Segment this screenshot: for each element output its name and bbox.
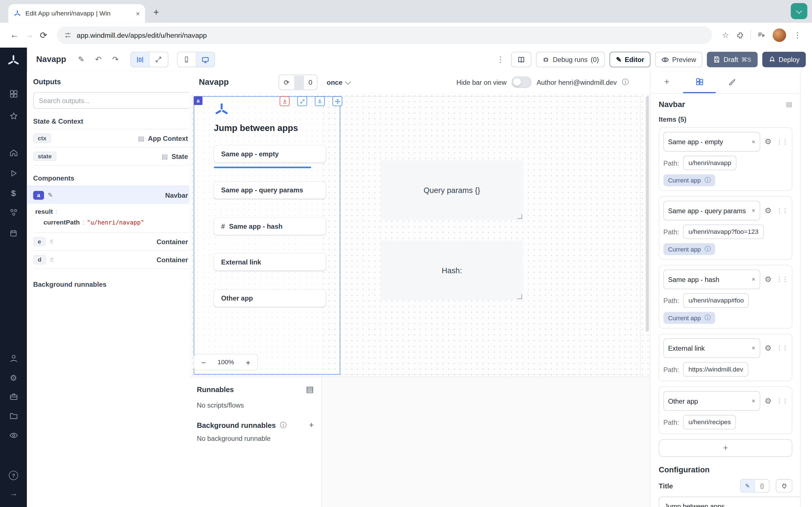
expression-mode-button[interactable]: {} xyxy=(755,480,769,492)
zoom-out-button[interactable]: − xyxy=(194,358,213,367)
navbar-component-selected[interactable]: a ⚓ Jump between apps Same app - empty S… xyxy=(194,96,340,375)
info-icon[interactable]: ⓘ xyxy=(622,78,629,87)
browser-menu-kebab-icon[interactable]: ⋮ xyxy=(790,31,805,40)
drag-handle-icon[interactable]: ⋮⋮ xyxy=(776,207,788,214)
refresh-control[interactable]: ⟳ 0 xyxy=(278,74,317,90)
desktop-view-button[interactable] xyxy=(196,52,214,67)
component-settings-tab[interactable] xyxy=(683,71,716,93)
zoom-in-button[interactable]: + xyxy=(239,358,257,367)
item-label-input[interactable]: Same app - empty× xyxy=(663,132,760,152)
undo-icon[interactable]: ↶ xyxy=(92,55,105,64)
reload-icon[interactable]: ⟳ xyxy=(36,30,51,41)
nav-item-other-app[interactable]: Other app xyxy=(214,290,326,307)
media-controls-icon[interactable] xyxy=(754,31,768,39)
item-path-input[interactable]: https://windmill.dev xyxy=(683,362,748,377)
resources-icon[interactable] xyxy=(0,208,27,217)
expand-icon[interactable] xyxy=(297,96,307,106)
add-item-button[interactable]: + xyxy=(659,439,792,457)
runnables-doc-icon[interactable]: ▤ xyxy=(306,385,314,394)
anchor-icon[interactable]: ⚓ xyxy=(315,96,325,106)
app-canvas[interactable]: a ⚓ Jump between apps Same app - empty S… xyxy=(190,93,651,377)
collapse-arrow-icon[interactable]: → xyxy=(0,489,27,498)
item-settings-gear-icon[interactable]: ⚙ xyxy=(765,396,772,406)
item-settings-gear-icon[interactable]: ⚙ xyxy=(765,275,772,284)
deploy-button[interactable]: Deploy xyxy=(762,52,806,67)
remove-item-icon[interactable]: × xyxy=(752,344,755,352)
remove-item-icon[interactable]: × xyxy=(752,276,755,283)
item-path-input[interactable]: u/henri/navapp#foo xyxy=(683,293,749,307)
drag-handle-icon[interactable]: ⋮⋮ xyxy=(776,276,788,283)
nav-item-same-app-empty[interactable]: Same app - empty xyxy=(214,145,326,163)
schedules-calendar-icon[interactable] xyxy=(0,229,27,237)
drag-handle-icon[interactable]: ⋮⋮ xyxy=(776,138,788,145)
info-icon[interactable]: ⓘ xyxy=(705,314,711,322)
audit-eye-icon[interactable] xyxy=(0,431,27,440)
info-icon[interactable]: ⓘ xyxy=(705,176,711,184)
browser-profile-button[interactable] xyxy=(791,3,808,19)
item-settings-gear-icon[interactable]: ⚙ xyxy=(765,137,772,147)
browser-avatar[interactable] xyxy=(772,29,786,42)
more-options-kebab-icon[interactable]: ⋮ xyxy=(494,55,507,64)
users-person-icon[interactable] xyxy=(0,354,27,362)
item-label-input[interactable]: Other app× xyxy=(663,391,760,411)
item-label-input[interactable]: Same app - hash× xyxy=(663,270,760,289)
title-value-input[interactable] xyxy=(659,497,801,507)
item-label-input[interactable]: External link× xyxy=(663,338,760,358)
help-icon[interactable]: ? xyxy=(0,471,27,480)
ctx-row[interactable]: ctx ▤App Context xyxy=(33,129,196,147)
billing-dollar-icon[interactable]: $ xyxy=(0,189,27,198)
mobile-view-button[interactable] xyxy=(177,52,196,67)
tab-close-icon[interactable]: × xyxy=(136,10,140,17)
back-icon[interactable]: ← xyxy=(7,30,22,41)
resize-corner[interactable] xyxy=(517,214,522,219)
info-icon[interactable]: ⓘ xyxy=(705,245,711,253)
settings-gear-icon[interactable]: ⚙ xyxy=(0,373,27,383)
run-mode-dropdown[interactable]: once xyxy=(327,78,350,86)
url-bar[interactable]: app.windmill.dev/apps/edit/u/henri/navap… xyxy=(57,26,712,44)
folders-icon[interactable] xyxy=(0,411,27,420)
draft-button[interactable]: Draft ⌘S xyxy=(707,52,757,67)
add-background-runnable-button[interactable]: + xyxy=(309,420,314,430)
navbar-component-row[interactable]: a ✎ Navbar xyxy=(27,186,202,204)
nav-item-external-link[interactable]: External link xyxy=(214,253,326,271)
debug-runs-button[interactable]: Debug runs (0) xyxy=(536,52,605,67)
docs-book-button[interactable] xyxy=(511,52,532,67)
workspace-toolbox-icon[interactable] xyxy=(0,392,27,401)
move-icon[interactable] xyxy=(333,96,342,106)
preview-tab-button[interactable]: Preview xyxy=(655,52,702,67)
insert-component-tab[interactable]: + xyxy=(651,71,683,93)
expand-layout-button[interactable] xyxy=(149,52,168,67)
new-tab-button[interactable]: + xyxy=(153,7,159,18)
home-icon[interactable] xyxy=(0,149,27,157)
component-doc-icon[interactable]: ▤ xyxy=(786,100,793,108)
hash-box[interactable]: Hash: xyxy=(380,240,523,300)
query-params-box[interactable]: Query params {} xyxy=(380,160,523,220)
favorites-star-icon[interactable] xyxy=(0,112,27,121)
bookmark-star-icon[interactable]: ☆ xyxy=(718,31,733,40)
rename-pencil-icon[interactable]: ✎ xyxy=(75,55,87,64)
forward-icon[interactable]: → xyxy=(22,30,36,41)
refresh-icon[interactable]: ⟳ xyxy=(279,78,294,86)
pencil-icon[interactable]: ✎ xyxy=(48,191,53,199)
remove-item-icon[interactable]: × xyxy=(752,397,755,405)
nav-item-same-app-query-params[interactable]: Same app - query params xyxy=(214,182,326,199)
item-path-input[interactable]: u/henri/navapp?foo=123 xyxy=(683,224,763,239)
state-row[interactable]: state ▤State xyxy=(33,147,196,166)
resize-corner[interactable] xyxy=(517,294,522,299)
fill-height-icon[interactable] xyxy=(280,96,290,106)
container-e-row[interactable]: e ☝ Container xyxy=(33,232,196,250)
columns-layout-button[interactable] xyxy=(131,52,149,67)
info-icon[interactable]: ⓘ xyxy=(280,420,287,430)
hide-bar-toggle[interactable] xyxy=(512,76,531,88)
runs-play-icon[interactable] xyxy=(0,169,27,177)
drag-handle-icon[interactable]: ⋮⋮ xyxy=(776,344,788,352)
static-mode-pencil-button[interactable]: ✎ xyxy=(741,480,755,492)
styling-brush-tab[interactable] xyxy=(716,71,748,93)
extensions-puzzle-icon[interactable] xyxy=(733,31,747,39)
item-label-input[interactable]: Same app - query params× xyxy=(663,201,760,221)
container-d-row[interactable]: d ☝ Container xyxy=(33,250,196,269)
drag-handle-icon[interactable]: ⋮⋮ xyxy=(776,397,788,405)
windmill-logo[interactable] xyxy=(0,54,27,68)
item-settings-gear-icon[interactable]: ⚙ xyxy=(765,206,772,215)
site-settings-icon[interactable] xyxy=(64,32,71,39)
